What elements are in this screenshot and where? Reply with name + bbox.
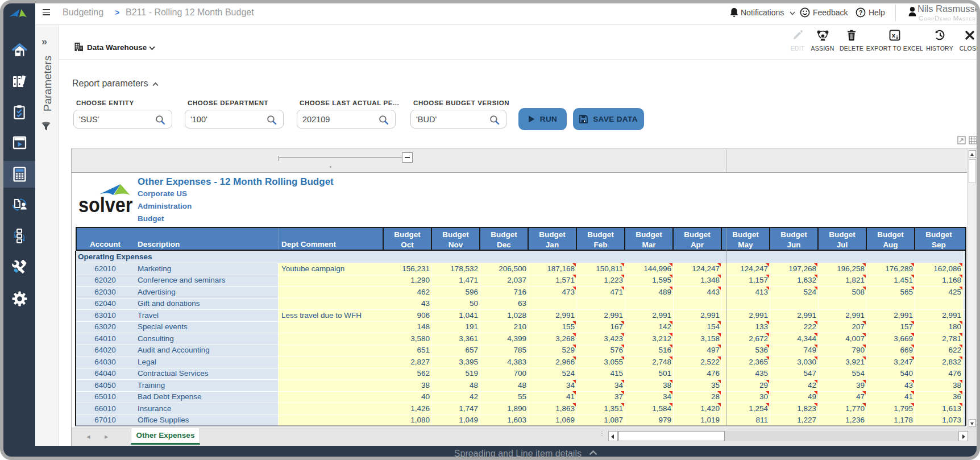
- svg-text:x: x: [892, 32, 896, 39]
- svg-text:?: ?: [859, 9, 863, 16]
